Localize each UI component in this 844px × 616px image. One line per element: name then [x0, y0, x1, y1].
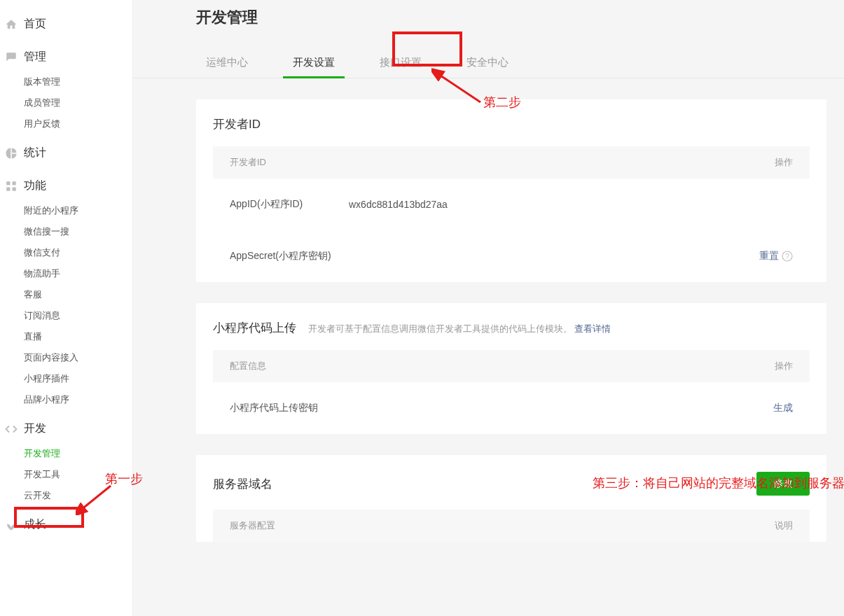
- svg-rect-3: [13, 187, 16, 190]
- sidebar-label: 首页: [24, 17, 46, 31]
- panel-developer-id: 开发者ID 开发者ID 操作 AppID(小程序ID) wx6dc881d413…: [196, 99, 826, 282]
- table-row: 小程序代码上传密钥 生成: [213, 382, 810, 434]
- sidebar-sub-item[interactable]: 品牌小程序: [0, 389, 132, 410]
- upload-desc-text: 开发者可基于配置信息调用微信开发者工具提供的代码上传模块。: [308, 323, 572, 334]
- panel-title-upload: 小程序代码上传 开发者可基于配置信息调用微信开发者工具提供的代码上传模块。 查看…: [213, 320, 810, 336]
- svg-rect-1: [13, 181, 16, 185]
- table-row: AppSecret(小程序密钥) 重置 ?: [213, 230, 810, 282]
- sidebar-sub-item[interactable]: 云开发: [0, 485, 132, 506]
- sidebar-label: 成长: [24, 517, 46, 532]
- inbox-icon: [4, 50, 18, 64]
- main-content: 开发管理 运维中心开发设置接口设置安全中心 开发者ID 开发者ID 操作 App…: [133, 0, 844, 616]
- reset-label: 重置: [759, 250, 779, 262]
- sidebar-sub-item[interactable]: 开发工具: [0, 464, 132, 485]
- th-right: 操作: [775, 156, 793, 169]
- generate-link[interactable]: 生成: [773, 402, 793, 414]
- svg-line-6: [438, 74, 480, 102]
- th-right: 说明: [775, 519, 793, 532]
- svg-rect-0: [6, 181, 10, 185]
- code-icon: [4, 422, 18, 436]
- panel-code-upload: 小程序代码上传 开发者可基于配置信息调用微信开发者工具提供的代码上传模块。 查看…: [196, 303, 826, 434]
- sidebar-item-plant[interactable]: 成长: [0, 510, 132, 539]
- sidebar-sub-item[interactable]: 版本管理: [0, 71, 132, 92]
- upload-title-text: 小程序代码上传: [213, 321, 296, 335]
- sidebar-sub-item[interactable]: 微信搜一搜: [0, 221, 132, 242]
- sidebar: 首页管理版本管理成员管理用户反馈统计功能附近的小程序微信搜一搜微信支付物流助手客…: [0, 0, 133, 616]
- sidebar-sub-item[interactable]: 成员管理: [0, 92, 132, 113]
- panel-header-row: 服务器域名 修改: [213, 472, 810, 496]
- sidebar-sub-item[interactable]: 小程序插件: [0, 368, 132, 389]
- svg-rect-2: [6, 187, 10, 190]
- sidebar-sub-item[interactable]: 页面内容接入: [0, 347, 132, 368]
- table-header: 配置信息 操作: [213, 350, 810, 382]
- help-icon: ?: [782, 251, 793, 262]
- upload-desc: 开发者可基于配置信息调用微信开发者工具提供的代码上传模块。 查看详情: [308, 323, 611, 334]
- tab-开发设置[interactable]: 开发设置: [283, 49, 345, 78]
- th-left: 配置信息: [230, 360, 266, 372]
- upload-key-label: 小程序代码上传密钥: [230, 402, 318, 414]
- tab-接口设置[interactable]: 接口设置: [370, 49, 431, 78]
- sidebar-sub-item[interactable]: 微信支付: [0, 242, 132, 263]
- th-right: 操作: [775, 360, 793, 372]
- plant-icon: [4, 518, 18, 532]
- reset-link[interactable]: 重置 ?: [759, 250, 793, 262]
- sidebar-item-inbox[interactable]: 管理: [0, 43, 132, 71]
- modify-button[interactable]: 修改: [756, 472, 810, 496]
- sidebar-label: 功能: [24, 178, 46, 193]
- page-title: 开发管理: [133, 6, 844, 35]
- sidebar-sub-item[interactable]: 用户反馈: [0, 113, 132, 134]
- appsecret-label: AppSecret(小程序密钥): [230, 250, 349, 262]
- panel-title-domain: 服务器域名: [213, 476, 272, 492]
- sidebar-sub-item[interactable]: 开发管理: [0, 443, 132, 464]
- svg-text:?: ?: [785, 253, 789, 260]
- tab-安全中心[interactable]: 安全中心: [457, 49, 518, 78]
- sidebar-sub-item[interactable]: 客服: [0, 284, 132, 305]
- appid-value: wx6dc881d413bd27aa: [349, 199, 793, 210]
- sidebar-label: 统计: [24, 146, 46, 160]
- sidebar-sub-item[interactable]: 订阅消息: [0, 305, 132, 326]
- sidebar-item-code[interactable]: 开发: [0, 414, 132, 443]
- pie-icon: [4, 146, 18, 160]
- tabs: 运维中心开发设置接口设置安全中心: [133, 49, 844, 78]
- panel-server-domain: 服务器域名 修改 服务器配置 说明: [196, 455, 826, 542]
- sidebar-label: 开发: [24, 421, 46, 436]
- sidebar-item-grid[interactable]: 功能: [0, 172, 132, 200]
- sidebar-label: 管理: [24, 50, 46, 64]
- sidebar-item-pie[interactable]: 统计: [0, 139, 132, 167]
- upload-detail-link[interactable]: 查看详情: [574, 323, 611, 334]
- sidebar-sub-item[interactable]: 附近的小程序: [0, 200, 132, 221]
- table-row: AppID(小程序ID) wx6dc881d413bd27aa: [213, 178, 810, 230]
- grid-icon: [4, 179, 18, 193]
- panel-title-devid: 开发者ID: [213, 116, 810, 132]
- th-left: 服务器配置: [230, 519, 275, 532]
- table-header: 服务器配置 说明: [213, 510, 810, 542]
- home-icon: [4, 18, 18, 31]
- sidebar-sub-item[interactable]: 物流助手: [0, 263, 132, 284]
- table-header: 开发者ID 操作: [213, 146, 810, 178]
- sidebar-sub-item[interactable]: 直播: [0, 326, 132, 347]
- appid-label: AppID(小程序ID): [230, 198, 349, 211]
- tab-运维中心[interactable]: 运维中心: [196, 49, 258, 78]
- th-left: 开发者ID: [230, 156, 266, 169]
- sidebar-item-home[interactable]: 首页: [0, 10, 132, 38]
